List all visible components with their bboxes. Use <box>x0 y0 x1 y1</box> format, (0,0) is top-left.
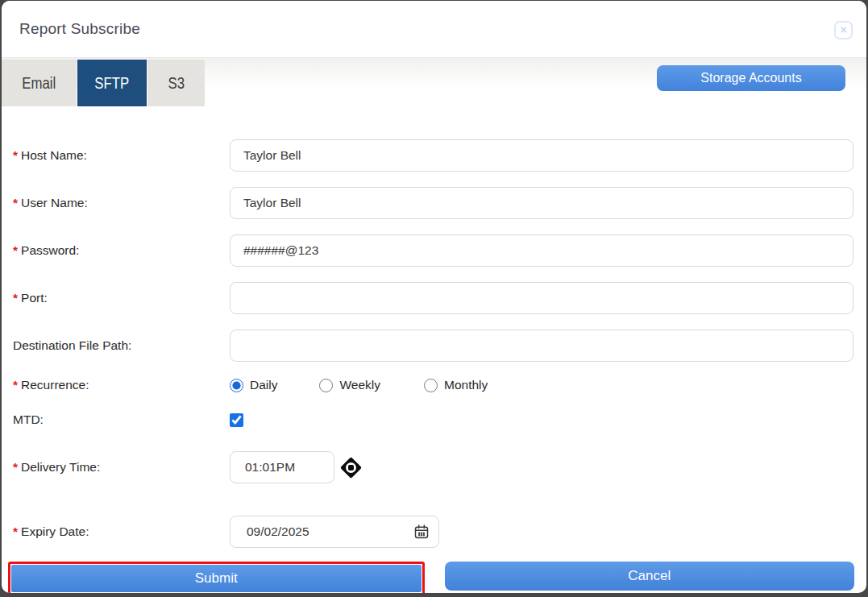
dialog-backdrop: Report Subscribe × Email SFTP S3 Storage… <box>0 0 868 597</box>
radio-monthly[interactable] <box>424 379 438 392</box>
port-input[interactable] <box>230 282 853 314</box>
delivery-time-row: *Delivery Time: <box>13 451 853 483</box>
dialog-header: Report Subscribe × <box>2 1 866 58</box>
required-marker: * <box>13 196 18 209</box>
host-name-label: *Host Name: <box>13 148 230 163</box>
user-name-label: *User Name: <box>13 196 230 210</box>
user-name-input[interactable] <box>230 187 853 219</box>
action-buttons: Submit Cancel <box>2 562 866 593</box>
recurrence-radio-group: Daily Weekly Monthly <box>230 378 530 392</box>
sftp-form: *Host Name: *User Name: *Password: *Port… <box>2 110 866 548</box>
required-marker: * <box>13 460 18 474</box>
recurrence-option-weekly[interactable]: Weekly <box>319 378 380 392</box>
radio-daily[interactable] <box>230 379 243 392</box>
delivery-time-input[interactable] <box>230 451 334 483</box>
expiry-date-label: *Expiry Date: <box>13 524 230 539</box>
radio-weekly[interactable] <box>319 379 333 392</box>
port-row: *Port: <box>13 282 853 314</box>
password-row: *Password: <box>13 234 853 267</box>
tab-s3-label: S3 <box>168 73 185 93</box>
required-marker: * <box>13 243 18 257</box>
password-input[interactable] <box>230 234 853 267</box>
required-marker: * <box>13 524 18 538</box>
tab-s3[interactable]: S3 <box>147 60 205 106</box>
calendar-icon[interactable] <box>413 524 430 540</box>
cancel-button[interactable]: Cancel <box>445 562 855 591</box>
page-title: Report Subscribe <box>19 20 140 38</box>
close-icon: × <box>840 23 846 36</box>
tab-strip: Email SFTP S3 Storage Accounts <box>2 58 866 110</box>
tab-sftp[interactable]: SFTP <box>77 60 147 106</box>
expiry-date-row: *Expiry Date: <box>13 516 853 548</box>
host-name-input[interactable] <box>230 139 853 172</box>
time-picker-icon[interactable] <box>340 457 362 479</box>
required-marker: * <box>13 291 18 305</box>
required-marker: * <box>13 148 18 162</box>
report-subscribe-dialog: Report Subscribe × Email SFTP S3 Storage… <box>2 1 866 593</box>
mtd-checkbox[interactable] <box>230 413 243 427</box>
expiry-date-input[interactable] <box>230 516 439 548</box>
close-button[interactable]: × <box>834 21 853 39</box>
mtd-row: MTD: <box>13 413 853 427</box>
recurrence-label: *Recurrence: <box>13 378 230 392</box>
recurrence-option-monthly[interactable]: Monthly <box>424 378 488 392</box>
destination-file-path-input[interactable] <box>230 330 853 362</box>
tab-sftp-label: SFTP <box>95 73 130 93</box>
required-marker: * <box>13 378 18 392</box>
expiry-date-field <box>230 516 439 548</box>
recurrence-option-daily[interactable]: Daily <box>230 378 277 392</box>
mtd-label: MTD: <box>13 413 230 427</box>
tab-group: Email SFTP S3 <box>2 60 205 106</box>
submit-highlight-annotation: Submit <box>8 562 425 593</box>
recurrence-row: *Recurrence: Daily Weekly Monthly <box>13 377 853 393</box>
destination-file-path-row: Destination File Path: <box>13 330 853 362</box>
password-label: *Password: <box>13 243 230 258</box>
delivery-time-label: *Delivery Time: <box>13 460 230 475</box>
host-name-row: *Host Name: <box>13 139 853 172</box>
tab-email-label: Email <box>22 73 56 93</box>
destination-file-path-label: Destination File Path: <box>13 338 230 353</box>
tab-email[interactable]: Email <box>2 60 77 106</box>
submit-button[interactable]: Submit <box>11 565 422 592</box>
user-name-row: *User Name: <box>13 187 853 219</box>
port-label: *Port: <box>13 291 230 305</box>
storage-accounts-button[interactable]: Storage Accounts <box>657 65 845 91</box>
